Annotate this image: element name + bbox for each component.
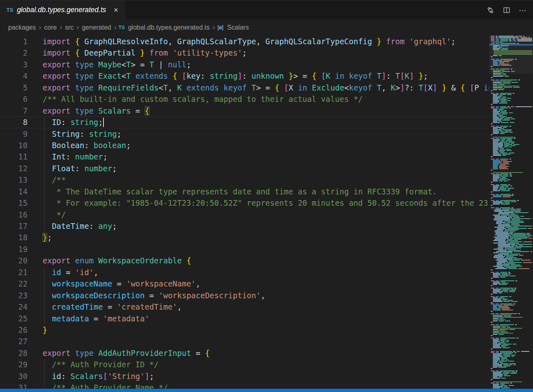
ts-file-icon: TS — [6, 7, 13, 13]
line-number[interactable]: 7 — [0, 105, 28, 116]
code-line[interactable]: 16 */ — [0, 209, 489, 220]
code-line[interactable]: 21 id = 'id', — [0, 267, 489, 278]
code-line[interactable]: 10 Boolean: boolean; — [0, 140, 489, 151]
breadcrumb: packages › core › src › generated › TS g… — [0, 19, 533, 36]
breadcrumb-item-packages[interactable]: packages — [7, 24, 37, 31]
line-number[interactable]: 9 — [0, 128, 28, 140]
line-number[interactable]: 21 — [0, 267, 28, 278]
indent-guide — [44, 278, 45, 289]
open-changes-icon[interactable] — [484, 4, 496, 16]
line-number[interactable]: 10 — [0, 140, 28, 151]
code-line[interactable]: 2import { DeepPartial } from 'utility-ty… — [0, 47, 489, 58]
code-line[interactable]: 13 /** — [0, 174, 489, 185]
breadcrumb-item-core[interactable]: core — [43, 24, 58, 31]
code-line[interactable]: 6/** All built-in and custom scalars, ma… — [0, 93, 489, 105]
status-bar[interactable] — [0, 389, 533, 392]
code-line[interactable]: 14 * The DateTime scalar type represents… — [0, 186, 489, 197]
indent-guide — [44, 128, 45, 140]
minimap[interactable] — [489, 36, 533, 389]
more-actions-icon[interactable]: ⋯ — [517, 4, 529, 16]
indent-guide — [44, 267, 45, 278]
line-number[interactable]: 28 — [0, 347, 28, 359]
code-line[interactable]: 18}; — [0, 232, 489, 243]
code-line[interactable]: 22 workspaceName = 'workspaceName', — [0, 278, 489, 289]
code-line[interactable]: 4export type Exact<T extends { [key: str… — [0, 70, 489, 82]
chevron-right-icon: › — [213, 23, 215, 32]
code-line[interactable]: 1import { GraphQLResolveInfo, GraphQLSca… — [0, 36, 489, 47]
line-number[interactable]: 8 — [0, 116, 28, 128]
breadcrumb-item-scalars[interactable]: Scalars — [226, 24, 249, 31]
line-number[interactable]: 25 — [0, 313, 28, 324]
line-number[interactable]: 20 — [0, 255, 28, 266]
chevron-right-icon: › — [39, 23, 41, 32]
indent-guide — [44, 174, 45, 185]
code-line[interactable]: 7export type Scalars = { — [0, 105, 489, 116]
line-number[interactable]: 18 — [0, 232, 28, 243]
line-number[interactable]: 2 — [0, 47, 28, 58]
line-number[interactable]: 14 — [0, 186, 28, 197]
indent-guide — [44, 163, 45, 174]
text-cursor — [103, 118, 104, 127]
line-number[interactable]: 22 — [0, 278, 28, 289]
line-number[interactable]: 13 — [0, 174, 28, 185]
code-editor[interactable]: 1import { GraphQLResolveInfo, GraphQLSca… — [0, 36, 489, 389]
code-line[interactable]: 24 createdTime = 'createdTime', — [0, 301, 489, 312]
minimap-current-line — [489, 44, 533, 45]
code-line[interactable]: 26} — [0, 324, 489, 336]
split-editor-icon[interactable] — [501, 4, 513, 16]
code-line[interactable]: 28export type AddAuthProviderInput = { — [0, 347, 489, 359]
line-number[interactable]: 5 — [0, 82, 28, 93]
line-number[interactable]: 30 — [0, 370, 28, 382]
line-number[interactable]: 4 — [0, 70, 28, 82]
line-number[interactable]: 12 — [0, 163, 28, 174]
ts-file-icon: TS — [118, 25, 125, 30]
code-line[interactable]: 15 * For example: "1985-04-12T23:20:50.5… — [0, 197, 489, 209]
code-line[interactable]: 17 DateTime: any; — [0, 220, 489, 232]
line-number[interactable]: 11 — [0, 151, 28, 162]
code-line[interactable]: 25 metadata = 'metadata' — [0, 313, 489, 324]
indent-guide — [44, 382, 45, 389]
code-line[interactable]: 23 workspaceDescription = 'workspaceDesc… — [0, 290, 489, 301]
code-line[interactable]: 20export enum WorkspaceOrderable { — [0, 255, 489, 266]
code-line[interactable]: 12 Float: number; — [0, 163, 489, 174]
code-line[interactable]: 19 — [0, 243, 489, 255]
code-line[interactable]: 9 String: string; — [0, 128, 489, 140]
code-line[interactable]: 30 id: Scalars['String']; — [0, 370, 489, 382]
indent-guide — [44, 370, 45, 382]
line-number[interactable]: 19 — [0, 243, 28, 255]
indent-guide — [44, 197, 45, 209]
code-line[interactable]: 11 Int: number; — [0, 151, 489, 162]
line-number[interactable]: 29 — [0, 359, 28, 370]
breadcrumb-item-file[interactable]: global.db.types.generated.ts — [127, 24, 211, 31]
tab-close-button[interactable]: ✕ — [112, 6, 120, 15]
chevron-right-icon: › — [114, 23, 116, 32]
line-number[interactable]: 27 — [0, 336, 28, 347]
chevron-right-icon: › — [77, 23, 79, 32]
line-number[interactable]: 26 — [0, 324, 28, 336]
editor-tab[interactable]: TS global.db.types.generated.ts ✕ — [0, 0, 125, 19]
line-number[interactable]: 31 — [0, 382, 28, 389]
tab-bar: TS global.db.types.generated.ts ✕ — [0, 0, 533, 19]
code-line[interactable]: 27 — [0, 336, 489, 347]
indent-guide — [44, 359, 45, 370]
tab-title: global.db.types.generated.ts — [17, 6, 106, 14]
line-number[interactable]: 24 — [0, 301, 28, 312]
line-number[interactable]: 23 — [0, 290, 28, 301]
line-number[interactable]: 1 — [0, 36, 28, 47]
line-number[interactable]: 6 — [0, 93, 28, 105]
code-line[interactable]: 8 ID: string; — [0, 116, 489, 128]
line-number[interactable]: 17 — [0, 220, 28, 232]
vscode-window: TS global.db.types.generated.ts ✕ — [0, 0, 533, 392]
breadcrumb-item-src[interactable]: src — [64, 24, 74, 31]
code-line[interactable]: 29 /** Auth Provider ID */ — [0, 359, 489, 370]
breadcrumb-item-generated[interactable]: generated — [81, 24, 112, 31]
line-number[interactable]: 15 — [0, 197, 28, 209]
chevron-right-icon: › — [60, 23, 62, 32]
indent-guide — [44, 116, 45, 128]
code-line[interactable]: 3export type Maybe<T> = T | null; — [0, 59, 489, 70]
code-line[interactable]: 5export type RequireFields<T, K extends … — [0, 82, 489, 93]
symbol-type-icon — [217, 24, 224, 31]
line-number[interactable]: 3 — [0, 59, 28, 70]
line-number[interactable]: 16 — [0, 209, 28, 220]
code-line[interactable]: 31 /** Auth Provider Name */ — [0, 382, 489, 389]
